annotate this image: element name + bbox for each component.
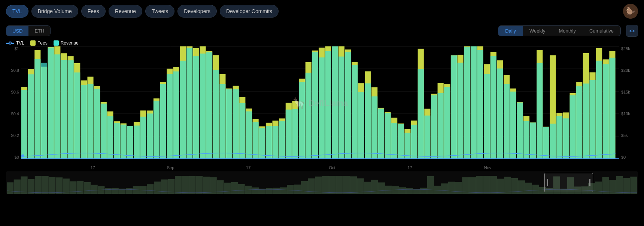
x-label-sep: Sep bbox=[167, 165, 174, 170]
x-label-17c: 17 bbox=[408, 165, 412, 170]
minimap-handle[interactable] bbox=[544, 173, 593, 192]
top-navigation: TVL Bridge Volume Fees Revenue Tweets De… bbox=[0, 0, 644, 22]
x-label-17a: 17 bbox=[91, 165, 95, 170]
nav-bridge-volume[interactable]: Bridge Volume bbox=[31, 5, 78, 18]
legend-revenue-label: Revenue bbox=[61, 40, 79, 46]
y-axis-left: $1 $0.8 $0.6 $0.4 $0.2 $0 bbox=[6, 46, 21, 159]
legend-fees-label: Fees bbox=[37, 40, 48, 46]
x-label-17b: 17 bbox=[246, 165, 250, 170]
nav-tweets[interactable]: Tweets bbox=[145, 5, 174, 18]
x-label-oct: Oct bbox=[329, 165, 335, 170]
timeframe-monthly[interactable]: Monthly bbox=[552, 26, 583, 36]
handle-grip-left bbox=[547, 179, 548, 186]
currency-eth[interactable]: ETH bbox=[28, 26, 50, 36]
legend-tvl-label: TVL bbox=[16, 40, 24, 46]
legend-tvl: TVL bbox=[6, 40, 24, 46]
legend-revenue-swatch bbox=[54, 40, 59, 46]
user-avatar[interactable]: 🦫 bbox=[623, 4, 638, 19]
legend-fees: Fees bbox=[30, 40, 48, 46]
y-axis-right: $25k $20k $15k $10k $5k $0 bbox=[619, 46, 638, 159]
timeframe-weekly[interactable]: Weekly bbox=[523, 26, 552, 36]
legend-revenue: Revenue bbox=[54, 40, 79, 46]
nav-tvl[interactable]: TVL bbox=[6, 5, 28, 18]
embed-code-button[interactable]: <> bbox=[626, 25, 638, 37]
timeframe-selector: Daily Weekly Monthly Cumulative bbox=[498, 25, 621, 36]
controls-row: USD ETH Daily Weekly Monthly Cumulative … bbox=[0, 22, 644, 39]
main-chart-canvas[interactable] bbox=[21, 46, 619, 159]
nav-fees[interactable]: Fees bbox=[81, 5, 106, 18]
chart-legend: TVL Fees Revenue bbox=[0, 39, 644, 46]
handle-grip-right bbox=[589, 179, 590, 186]
nav-developer-commits[interactable]: Developer Commits bbox=[220, 5, 279, 18]
chart-canvas-wrapper: 🦙 DefiLlama bbox=[21, 46, 619, 159]
nav-developers[interactable]: Developers bbox=[177, 5, 217, 18]
currency-usd[interactable]: USD bbox=[6, 26, 28, 36]
x-label-nov: Nov bbox=[484, 165, 492, 170]
nav-revenue[interactable]: Revenue bbox=[109, 5, 142, 18]
legend-fees-swatch bbox=[30, 40, 36, 46]
minimap-canvas bbox=[6, 171, 638, 194]
main-chart-area: $1 $0.8 $0.6 $0.4 $0.2 $0 $25k $20k $15k… bbox=[6, 46, 638, 170]
currency-selector: USD ETH bbox=[6, 25, 51, 36]
x-axis: 17 Sep 17 Oct 17 Nov bbox=[21, 159, 619, 170]
timeframe-cumulative[interactable]: Cumulative bbox=[583, 26, 620, 36]
minimap-area[interactable] bbox=[6, 171, 638, 194]
timeframe-daily[interactable]: Daily bbox=[498, 26, 523, 36]
